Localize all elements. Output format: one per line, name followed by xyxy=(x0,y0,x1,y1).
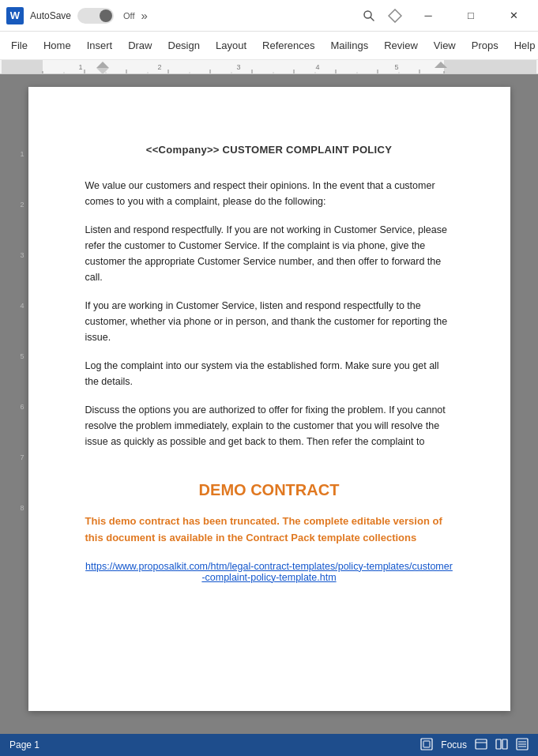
demo-title: DEMO CONTRACT xyxy=(85,481,453,499)
menu-file[interactable]: File xyxy=(3,35,36,56)
menu-review[interactable]: Review xyxy=(376,35,426,56)
svg-rect-6 xyxy=(444,60,536,74)
paragraph-4: Log the complaint into our system via th… xyxy=(85,358,453,389)
demo-link[interactable]: https://www.proposalkit.com/htm/legal-co… xyxy=(85,561,453,583)
status-icons: Focus xyxy=(420,738,529,753)
svg-text:3: 3 xyxy=(236,63,240,71)
menu-draw[interactable]: Draw xyxy=(120,35,160,56)
menu-bar: File Home Insert Draw Design Layout Refe… xyxy=(0,32,538,60)
diamond-icon[interactable] xyxy=(386,7,404,24)
svg-line-1 xyxy=(371,17,374,21)
svg-rect-39 xyxy=(496,739,501,749)
document-area[interactable]: 1 2 3 4 5 6 7 8 <<Company>> CUSTOMER COM… xyxy=(0,74,538,734)
document-page: 1 2 3 4 5 6 7 8 <<Company>> CUSTOMER COM… xyxy=(28,87,510,711)
menu-help[interactable]: Help xyxy=(506,35,538,56)
svg-rect-40 xyxy=(502,739,507,749)
menu-insert[interactable]: Insert xyxy=(79,35,121,56)
menu-mailings[interactable]: Mailings xyxy=(323,35,377,56)
paragraph-5: Discuss the options you are authorized t… xyxy=(85,402,453,449)
svg-rect-36 xyxy=(423,741,430,747)
status-bar: Page 1 Focus xyxy=(0,734,538,756)
svg-rect-35 xyxy=(421,739,432,750)
autosave-state: Off xyxy=(123,11,134,21)
svg-text:2: 2 xyxy=(157,63,161,71)
quick-access-toolbar[interactable]: » xyxy=(141,9,148,22)
svg-text:5: 5 xyxy=(394,63,398,71)
svg-text:1: 1 xyxy=(78,63,82,71)
view-icon-1[interactable] xyxy=(475,738,487,753)
page-indicator: Page 1 xyxy=(9,739,40,750)
minimize-button[interactable]: ─ xyxy=(410,3,446,28)
menu-home[interactable]: Home xyxy=(36,35,79,56)
word-logo: W xyxy=(6,7,24,24)
svg-text:4: 4 xyxy=(315,63,319,71)
autosave-label: AutoSave xyxy=(30,10,71,21)
autosave-knob xyxy=(100,9,112,22)
title-bar: W AutoSave Off » ─ □ ✕ xyxy=(0,0,538,32)
paragraph-2: Listen and respond respectfully. If you … xyxy=(85,222,453,285)
document-title: <<Company>> CUSTOMER COMPLAINT POLICY xyxy=(85,144,453,156)
ruler-inner: 1 2 3 4 5 xyxy=(2,60,536,73)
menu-view[interactable]: View xyxy=(426,35,464,56)
focus-icon[interactable] xyxy=(420,738,433,753)
svg-rect-5 xyxy=(2,60,43,74)
autosave-toggle[interactable] xyxy=(77,8,114,24)
menu-design[interactable]: Design xyxy=(160,35,208,56)
menu-references[interactable]: References xyxy=(254,35,322,56)
view-icon-3[interactable] xyxy=(516,738,529,753)
paragraph-3: If you are working in Customer Service, … xyxy=(85,298,453,345)
close-button[interactable]: ✕ xyxy=(495,3,532,28)
demo-section: DEMO CONTRACT This demo contract has bee… xyxy=(85,481,453,583)
svg-rect-37 xyxy=(476,739,487,749)
menu-props[interactable]: Props xyxy=(464,35,506,56)
search-button[interactable] xyxy=(358,5,380,27)
svg-marker-2 xyxy=(389,9,401,22)
focus-label[interactable]: Focus xyxy=(441,739,467,750)
menu-layout[interactable]: Layout xyxy=(208,35,254,56)
view-icon-2[interactable] xyxy=(495,738,508,753)
demo-notice: This demo contract has been truncated. T… xyxy=(85,513,453,547)
restore-button[interactable]: □ xyxy=(453,3,489,28)
paragraph-1: We value our customers and respect their… xyxy=(85,178,453,209)
margin-bar: 1 2 3 4 5 6 7 8 xyxy=(38,87,44,711)
ruler: 1 2 3 4 5 xyxy=(0,60,538,74)
